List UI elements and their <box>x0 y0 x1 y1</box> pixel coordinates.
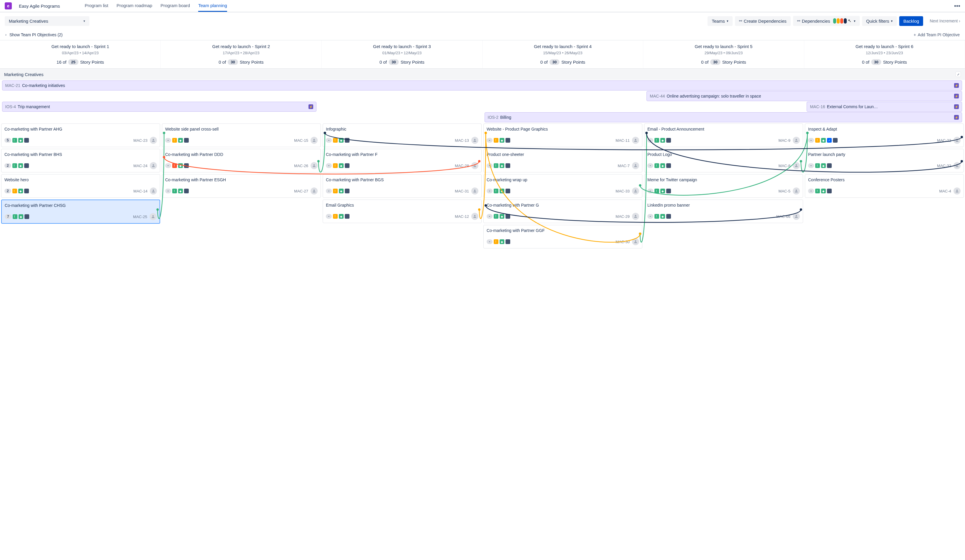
issue-card[interactable]: Product Logo - ⠇ ◆ MAC-8 <box>644 149 803 172</box>
issue-card[interactable]: Co-marketing with Partner F - ⠇ ◆ MAC-28 <box>323 149 482 172</box>
card-title: Website hero <box>5 178 157 182</box>
assignee-avatar[interactable] <box>471 162 478 169</box>
issue-card[interactable]: Co-marketing with Partner GGF - ⠇ ◆ MAC-… <box>483 225 642 248</box>
add-objective-button[interactable]: + Add Team PI Objective <box>914 33 960 37</box>
dependencies-button[interactable]: ⚯ Dependencies ▾ <box>793 16 860 26</box>
epic-bar[interactable]: IOS-2 Billing ⚡ <box>484 112 962 122</box>
card-title: Co-marketing with Partner G <box>487 203 639 207</box>
type-icon <box>505 214 510 219</box>
card-footer: - ⠇ ◆ ✓ MAC-22 <box>808 137 960 144</box>
card-key: MAC-15 <box>294 138 308 143</box>
collapse-icon[interactable]: ⤢ <box>955 72 961 77</box>
show-objectives-label[interactable]: Show Team PI Objectives (2) <box>10 33 62 37</box>
issue-card[interactable]: Website hero 2 ⠇ ◆ MAC-14 <box>1 174 160 198</box>
card-key: MAC-14 <box>133 189 147 193</box>
issue-card[interactable]: Co-marketing with Partner BHS 2 ⠇ ◆ MAC-… <box>1 149 160 172</box>
next-increment-link[interactable]: Next Increment › <box>926 16 960 26</box>
card-title: Infographic <box>326 127 478 131</box>
nav-tab-program-board[interactable]: Program board <box>160 3 190 12</box>
assignee-avatar[interactable] <box>632 188 639 194</box>
assignee-avatar[interactable] <box>471 213 478 220</box>
assignee-avatar[interactable] <box>471 137 478 144</box>
assignee-avatar[interactable] <box>793 137 800 144</box>
card-footer: - ⠇ ◆ MAC-27 <box>165 188 317 194</box>
board-column: Inspect & Adapt - ⠇ ◆ ✓ MAC-22 Partner l… <box>805 124 964 248</box>
issue-card[interactable]: Co-marketing wrap up - ⠇ ◆ MAC-33 <box>483 174 642 198</box>
card-key: MAC-29 <box>615 214 630 219</box>
epic-bar[interactable]: MAC-21 Co-marketing initiatives ⚡ <box>2 80 962 90</box>
issue-card[interactable]: Meme for Twitter campaign - ⠇ ◆ MAC-5 <box>644 174 803 198</box>
assignee-avatar[interactable] <box>954 137 960 144</box>
hierarchy-icon: ⠇ <box>13 214 17 219</box>
issue-card[interactable]: Infographic - ⠇ ◆ MAC-13 <box>323 124 482 147</box>
checkbox-icon: ✓ <box>827 138 832 143</box>
type-icon <box>345 189 350 193</box>
nav-tab-program-list[interactable]: Program list <box>85 3 108 12</box>
card-title: Website side panel cross-sell <box>165 127 317 131</box>
assignee-avatar[interactable] <box>150 137 157 144</box>
more-icon[interactable]: ••• <box>954 3 960 10</box>
issue-card[interactable]: Conference Posters - ⠇ ◆ MAC-4 <box>805 174 964 198</box>
team-selector[interactable]: Marketing Creatives ▾ <box>5 16 89 26</box>
issue-card[interactable]: Product one-sheeter - ⠇ ◆ MAC-7 <box>483 149 642 172</box>
card-title: Inspect & Adapt <box>808 127 960 131</box>
type-icon <box>833 138 837 143</box>
assignee-avatar[interactable] <box>311 137 317 144</box>
issue-card[interactable]: Co-marketing with Partner G - ⠇ ◆ MAC-29 <box>483 199 642 223</box>
epic-bar[interactable]: IOS-4 Trip management ⚡ <box>2 102 317 112</box>
assignee-avatar[interactable] <box>311 162 317 169</box>
sprint-dates: 12/Jun/23 • 23/Jun/23 <box>806 51 962 55</box>
teams-button[interactable]: Teams ▾ <box>708 16 732 26</box>
sprint-dates: 29/May/23 • 09/Jun/23 <box>646 51 801 55</box>
assignee-avatar[interactable] <box>632 238 639 245</box>
assignee-avatar[interactable] <box>632 137 639 144</box>
bookmark-icon: ◆ <box>500 163 504 168</box>
assignee-avatar[interactable] <box>150 162 157 169</box>
issue-card[interactable]: Co-marketing with Partner DDD - ⠇ ◆ MAC-… <box>162 149 321 172</box>
bookmark-icon: ◆ <box>500 239 504 244</box>
estimate-pill: 2 <box>5 163 11 168</box>
nav-tab-program-roadmap[interactable]: Program roadmap <box>116 3 152 12</box>
issue-card[interactable]: Email Graphics - ⠇ ◆ MAC-12 <box>323 199 482 223</box>
card-footer: - ⠇ ◆ MAC-11 <box>487 137 639 144</box>
assignee-avatar[interactable] <box>793 213 800 220</box>
assignee-avatar[interactable] <box>471 188 478 194</box>
type-icon <box>666 138 671 143</box>
issue-card[interactable]: Co-marketing with Partner CHSG 7 ⠇ ◆ MAC… <box>1 199 160 224</box>
create-dependencies-button[interactable]: ⚯ Create Dependencies <box>735 16 791 26</box>
chevron-down-icon: ▾ <box>727 19 728 23</box>
issue-card[interactable]: Email - Product Announcement - ⠇ ◆ MAC-9 <box>644 124 803 147</box>
hierarchy-icon: ⠇ <box>815 163 820 168</box>
assignee-avatar[interactable] <box>150 188 157 194</box>
chevron-right-icon[interactable]: › <box>5 33 7 37</box>
backlog-button[interactable]: Backlog <box>899 16 923 26</box>
issue-card[interactable]: Partner launch party - ⠇ ◆ MAC-32 <box>805 149 964 172</box>
issue-card[interactable]: LinkedIn promo banner - ⠇ ◆ MAC-66 <box>644 199 803 223</box>
assignee-avatar[interactable] <box>149 213 157 220</box>
issue-card[interactable]: Co-marketing with Partner AHG 5 ⠇ ◆ MAC-… <box>1 124 160 147</box>
bookmark-icon: ◆ <box>178 189 183 193</box>
issue-card[interactable]: Co-marketing with Partner ESGH - ⠇ ◆ MAC… <box>162 174 321 198</box>
hierarchy-icon: ⠇ <box>494 138 499 143</box>
type-icon <box>505 138 510 143</box>
issue-card[interactable]: Inspect & Adapt - ⠇ ◆ ✓ MAC-22 <box>805 124 964 147</box>
epic-bar[interactable]: MAC-16 External Comms for Laun… ⚡ <box>806 102 962 112</box>
bookmark-icon: ◆ <box>500 189 504 193</box>
issue-card[interactable]: Co-marketing with Partner BGS - ⠇ ◆ MAC-… <box>323 174 482 198</box>
bookmark-icon: ◆ <box>18 138 23 143</box>
assignee-avatar[interactable] <box>632 162 639 169</box>
assignee-avatar[interactable] <box>793 162 800 169</box>
issue-card[interactable]: Website side panel cross-sell - ⠇ ◆ MAC-… <box>162 124 321 147</box>
nav-tab-team-planning[interactable]: Team planning <box>198 3 227 12</box>
epic-bar[interactable]: MAC-44 Online advertising campaign: solo… <box>646 91 962 101</box>
assignee-avatar[interactable] <box>954 188 960 194</box>
assignee-avatar[interactable] <box>311 188 317 194</box>
bookmark-icon: ◆ <box>178 163 183 168</box>
type-icon <box>345 214 350 219</box>
epic-key: MAC-16 <box>810 104 825 109</box>
assignee-avatar[interactable] <box>632 213 639 220</box>
issue-card[interactable]: Website - Product Page Graphics - ⠇ ◆ MA… <box>483 124 642 147</box>
assignee-avatar[interactable] <box>793 188 800 194</box>
assignee-avatar[interactable] <box>954 162 960 169</box>
quick-filters-button[interactable]: Quick filters ▾ <box>862 16 897 26</box>
